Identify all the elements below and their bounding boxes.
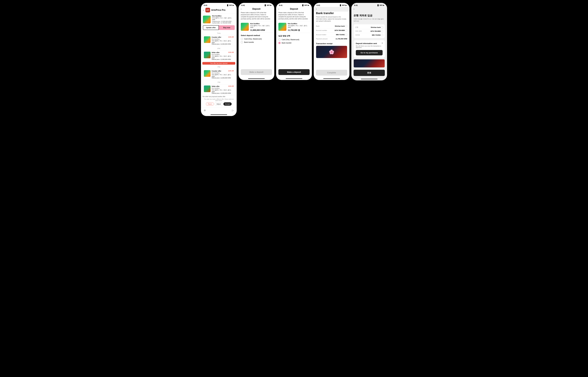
send-icon[interactable]: ▷ [232,109,234,112]
back-arrow-5[interactable]: ‹ [354,8,354,10]
option-bank-3[interactable]: Bank transfer [278,42,310,44]
radio-bank-3[interactable] [278,42,281,44]
offer-thumbnail-2 [204,52,210,58]
offer-title-1: 무제 (플렉시 박스 그림 1, 골드), 2006 [212,40,234,43]
make-deposit-button-3[interactable]: Make a deposit [278,69,310,75]
deposit-confirmation-modal: ✕ Deposit information sent We will infor… [354,40,385,58]
seller-proposal-note: The seller has proposed another offer [202,96,235,97]
offer-title-2: 무제 (플렉시 박스 그림 1, 골드), 2006 [212,55,234,59]
deposit-art-thumb-2 [241,23,249,31]
offer-user-3: Kim SunWoo [212,72,234,74]
back-arrow-3[interactable]: ‹ [278,8,279,10]
deposit-user-2: Kim SunWoo [250,23,272,24]
status-bar-1: 9:41 ▐▌ WiFi ▶ [201,3,237,7]
s5-label-bank: 은행 [355,26,358,28]
bank-label-account: Account number [316,30,327,31]
back-arrow-2[interactable]: ‹ [241,8,242,10]
option-bank-2[interactable]: Bank transfer [241,41,272,43]
radio-bank-2[interactable] [241,41,243,43]
reject-button[interactable]: Reject [206,102,214,106]
offer-type-2: Seller offer [212,52,220,53]
offer-badge-2: 3.5% Off [228,52,234,53]
radio-card-2[interactable] [241,38,243,40]
offer-card-inner-3: Counter offer 2.5% Off Kim SunWoo 무제 (플렉… [204,70,234,79]
copy-holder-icon[interactable] [345,34,347,36]
bank-title: Bank transfer [316,12,347,15]
offer-price-2: Offered price: 12,000,000 KRW [212,59,234,60]
screen-3: 9:41 ▐▌ WiFi ▶ ‹ Deposit Please make a d… [276,3,312,80]
copy-bank-icon[interactable] [345,25,347,27]
receipt-title: Transaction receipt [316,43,347,45]
feed-time-6pm: 6PM [201,47,237,50]
copy-account-icon[interactable] [345,29,347,31]
copy-account-icon-5[interactable] [381,30,383,32]
offer-card-inner-1: Counter offer 3.5% Off Kim SunWoo 무제 (플렉… [204,36,234,45]
bank-label-holder: Account holder: [316,34,327,35]
offer-title-4: 무제 (플렉시 박스 그림 1, 골드), 2006 [212,89,234,93]
deposit-price-2: 11,900,000 KRW [250,29,272,31]
art-card-main: Kim SunWoo 무제 (플렉시 박스 그림 1, 골드), 2006 Or… [201,14,237,25]
deposit-header-2: ‹ Deposit [239,7,274,12]
deposit-art-details-3: Kim SunWoo 무제 (플렉시 박스 그림 1, 골드), 2006 11… [288,23,310,32]
time-3: 9:41 [279,4,282,6]
bank-value-amount: 11,700,000 KRW [336,38,347,40]
screen-1: 9:41 ▐▌ WiFi ▶ ‹ APP ArtnPrice Pro Kim S… [201,3,237,116]
bank-value-bank: Shinhan bank [335,25,347,27]
bank-value-account: 1879-789-8889 [334,29,347,31]
offer-card-inner-4: Seller offer 3.5% Off Kim SunWoo 무제 (플렉시… [204,85,234,94]
accept-button[interactable]: Accept [223,102,232,106]
proposal-actions: Reject Adjust Accept [202,102,235,106]
copy-holder-icon-5[interactable] [381,34,383,36]
offer-user-4: Kim SunWoo [212,88,234,89]
offer-badge-1: 3.5% Off [228,36,234,38]
time-5: 9:41 [354,4,358,6]
modal-close-button[interactable]: ✕ [381,42,383,45]
wanryo-button[interactable]: 완료 [354,70,385,76]
s5-row-holder: 계좌명 MIN YOUNG [355,33,383,37]
back-arrow-4[interactable]: ‹ [316,8,317,10]
screen-5: 9:41 ▐▌ WiFi ▶ ‹ 은행 계좌로 입금 아래의 정보를 이제에 주… [351,3,387,81]
back-arrow-icon[interactable]: ‹ [203,9,204,12]
offer-user-2: Kim SunWoo [212,54,234,55]
modal-desc: We will inform you once the transaction … [356,45,383,48]
screen5-bg: 9:41 ▐▌ WiFi ▶ ‹ 은행 계좌로 입금 아래의 정보를 이제에 주… [351,3,387,80]
method-title-2: Select deposit method [241,34,272,36]
deposit-art-thumb-3 [278,23,286,31]
copy-bank-icon-5[interactable] [381,26,383,28]
offer-user-1: Kim SunWoo [212,38,234,40]
status-icons-4: ▐▌ WiFi ▶ [339,4,347,6]
make-deposit-button-2[interactable]: Make a deposit [241,69,272,75]
receipt-section: Transaction receipt 🌸 [316,43,347,58]
update-offer-button[interactable]: Update offer [203,25,219,30]
feed-time-7pm-2: 7PM [201,81,237,84]
option-card-2[interactable]: Card (Visa, Mastercard) [241,38,272,40]
radio-card-3[interactable] [278,38,281,41]
offer-badge-3: 2.5% Off [228,70,234,72]
go-to-purchases-button[interactable]: Go to my purchases [356,50,383,55]
art-image-main [203,16,211,23]
deposit-method-3: 입금 방법 선택 Card (Visa, Mastercard) Bank tr… [276,33,312,47]
add-icon[interactable]: ⊕ [204,109,206,112]
seller-proposal-text: The seller has made a different offer. P… [202,98,235,102]
deposit-title-art-3: 무제 (플렉시 박스 그림 1, 골드), 2006 [288,25,310,28]
s5-bank-table: 은행 Shinhan bank 계좌 번호 1879-789-8889 계좌명 [354,24,385,38]
offer-header-4: Seller offer 3.5% Off [212,85,234,87]
receipt-upload-box[interactable]: 🌸 [316,46,347,58]
art-title-main: 무제 (플렉시 박스 그림 1, 골드), 2006 [212,17,235,20]
deposit-art-card-2: Kim SunWoo 무제 (플렉시 박스 그림 1, 골드), 2006 11… [239,21,274,33]
buy-now-button[interactable]: Buy now [219,25,235,30]
deposit-user-3: Kim SunWoo [288,23,310,24]
app-name: ArtnPrice Pro [211,9,225,11]
deposit-price-3: 11,700,000 원 [288,29,310,32]
offer-header-3: Counter offer 2.5% Off [212,70,234,72]
bank-row-amount: Payment amount 11,700,000 KRW [316,37,347,41]
offer-thumbnail-1 [204,36,210,43]
adjust-button[interactable]: Adjust [215,102,222,106]
complete-button[interactable]: Complete [316,70,347,76]
art-user-main: Kim SunWoo [212,15,235,17]
deposit-title-2: Deposit [252,8,260,10]
bank-header: ‹ [314,7,349,12]
art-current-offer: Current offer: 11,700,000 KRW [212,22,235,24]
option-card-3[interactable]: Card (Visa, Mastercard) [278,38,310,41]
bank-row-holder: Account holder: MIN YOUNG [316,33,347,37]
